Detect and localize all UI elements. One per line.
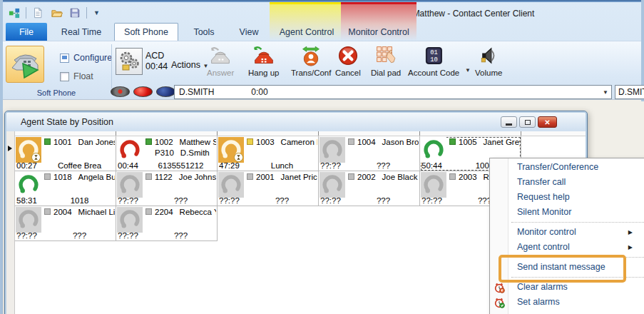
tab-file[interactable]: File [6,23,47,41]
agent-name: Matthew Smi [180,138,216,146]
agent-cell-1004[interactable]: 1004Jason Brown ??:????? [319,136,420,171]
new-document-icon[interactable] [31,6,45,20]
menu-item-label: Clear alarms [517,282,568,292]
state-timer: ??:?? [421,196,450,205]
menu-item-label: Send instant message [517,262,605,272]
menu-item-monitor-control[interactable]: Monitor control▶ [490,225,644,240]
line-name-2: D.SMITH [618,87,644,97]
state-info: 6135551212 [146,161,215,170]
tab-tools[interactable]: Tools [185,23,223,41]
menu-item-transfer-call[interactable]: Transfer call [490,175,644,190]
state-info: ??? [349,161,418,170]
submenu-arrow-icon: ▶ [628,240,633,255]
answer-button[interactable]: Answer [207,44,234,77]
hang-up-phone-icon [252,44,275,67]
acd-label: ACD [145,51,168,61]
line-led-red-icon [133,86,153,97]
presence-square [348,173,354,180]
context-menu: Transfer/Conference Transfer call Reques… [489,158,644,314]
soft-phone-toggle-button[interactable] [6,46,44,83]
dial-pad-label: Dial pad [371,69,401,77]
presence-square [44,138,51,145]
agent-cell-2004[interactable]: 2004Michael Ling ??:????? [15,206,116,241]
float-checkbox[interactable] [60,72,69,81]
agent-cell-1018[interactable]: 1018Angela Burn 58:311018 [15,171,116,206]
menu-item-label: Monitor control [517,227,576,237]
agent-sub-name: D.Smith [180,148,210,157]
menu-separator [490,255,644,260]
agent-id: 2002 [357,173,376,181]
presence-square [44,173,51,180]
line-dropdown-caret-icon[interactable]: ▼ [603,89,608,96]
agent-name: Janet Grey [484,138,520,146]
dial-pad-button[interactable]: Dial pad [371,44,401,77]
minimize-button[interactable] [501,116,517,128]
menu-item-agent-control[interactable]: Agent control▶ [490,240,644,255]
menu-item-send-instant-message[interactable]: Send instant message [490,260,644,275]
tab-real-time[interactable]: Real Time [56,23,107,41]
toolbar-separator [86,7,87,19]
trans-conf-button[interactable]: Trans/Conf [291,44,331,77]
account-code-button[interactable]: 0110 Account Code [408,44,459,77]
float-checkbox-row[interactable]: Float [60,71,93,81]
configure-label: Configure [73,53,112,63]
window-buttons: ✕ [501,116,557,128]
tab-monitor-control[interactable]: Monitor Control [341,23,416,41]
agent-cell-2002[interactable]: 2002Joe Black ??:????? [319,171,420,206]
presence-square [44,208,51,215]
submenu-arrow-icon: ▶ [628,225,633,240]
customize-toolbar-caret-icon[interactable]: ▼ [91,9,102,16]
configure-button[interactable]: Configure [60,53,112,63]
state-timer: 58:31 [16,196,45,205]
save-icon[interactable] [68,6,82,20]
agent-cell-2204[interactable]: 2204Rebecca Yo ??:????? [116,206,218,241]
restore-button[interactable] [519,116,536,128]
tab-soft-phone[interactable]: Soft Phone [114,23,178,41]
account-code-caret-icon[interactable]: ▼ [465,67,471,74]
headset-unknown-icon [16,207,41,233]
actions-dropdown[interactable]: Actions ▼ [171,60,208,70]
tab-agent-control[interactable]: Agent Control [272,23,341,41]
menu-item-silent-monitor[interactable]: Silent Monitor [490,205,644,220]
volume-button[interactable]: Volume [475,44,502,77]
app-icon[interactable] [7,6,21,20]
agent-id: 2001 [256,173,275,181]
menu-item-request-help[interactable]: Request help [490,190,644,205]
ribbon-area: ▼ Matthew - Contact Center Client File R… [3,2,641,100]
cancel-button[interactable]: Cancel [335,44,361,77]
dial-pad-icon [374,44,397,67]
agent-cell-1002[interactable]: 1002Matthew Smi P310D.Smith 00:446135551… [116,136,218,171]
agent-name: Cameron Ho [281,138,317,146]
acd-button[interactable] [116,48,143,75]
agent-name: Janet Price [281,173,317,181]
headset-on-call-icon [117,137,143,163]
state-timer: ??:?? [118,196,146,205]
agent-cell-2001[interactable]: 2001Janet Price ??:????? [218,171,319,206]
svg-text:01: 01 [430,49,438,56]
open-folder-icon[interactable] [49,6,63,20]
hang-up-label: Hang up [248,69,279,77]
state-timer: 50:44 [421,161,450,170]
headset-unknown-icon [320,172,345,198]
agent-name: Dan Jones [78,138,115,146]
agent-cell-1001[interactable]: 1001Dan Jones 00:27Coffee Brea [15,136,116,171]
line-display-field-2[interactable]: D.SMITH [615,85,644,99]
agent-cell-1122[interactable]: 1122Joe Johnson ??:????? [116,171,218,206]
ribbon-soft-phone: Configure Float Soft Phone ACD 00:44 [3,41,641,100]
quick-access-toolbar: ▼ [7,6,102,20]
hang-up-button[interactable]: Hang up [248,44,279,77]
state-info: ??? [146,196,215,205]
close-button[interactable]: ✕ [538,116,557,128]
agent-cell-1003[interactable]: 1003Cameron Ho 47:29Lunch [218,136,319,171]
tab-view[interactable]: View [232,23,265,41]
menu-item-set-alarms[interactable]: Set alarms [490,295,644,310]
menu-item-transfer-conference[interactable]: Transfer/Conference [490,160,644,175]
agent-state-window-titlebar[interactable]: Agent State by Position ✕ [6,113,586,131]
menu-item-clear-alarms[interactable]: Clear alarms [490,280,644,295]
state-info: 1018 [45,196,114,205]
state-info: ??? [247,196,317,205]
current-row-marker-icon [8,146,12,151]
line-display-field[interactable]: D.SMITH 0:00 ▼ [174,85,612,99]
group-divider [111,44,112,88]
float-label: Float [73,71,93,81]
